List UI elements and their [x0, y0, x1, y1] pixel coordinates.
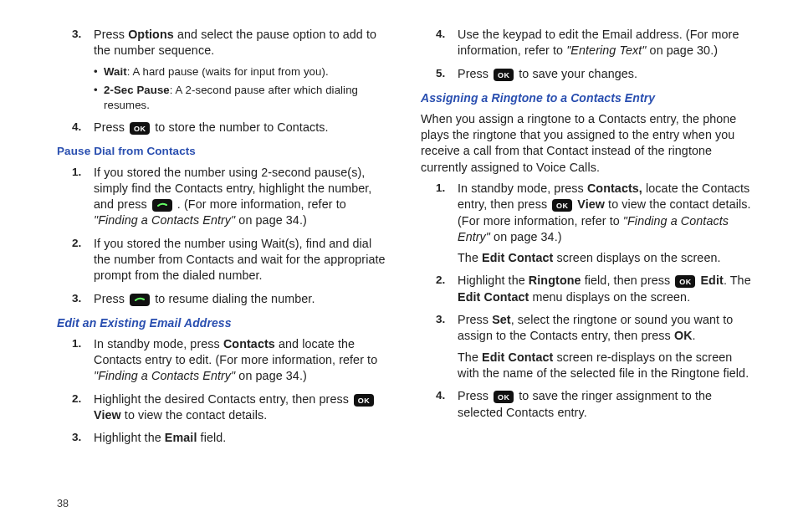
bullet-item: 2-Sec Pause: A 2-second pause after whic…: [94, 83, 387, 113]
text-bold: OK: [674, 329, 693, 342]
bullet-list: Wait: A hard pause (waits for input from…: [94, 64, 387, 113]
text-bold: Contacts,: [587, 182, 642, 195]
list-marker: 2.: [436, 273, 445, 288]
heading-pause-dial: Pause Dial from Contacts: [57, 144, 387, 159]
list-item: 4. Press to store the number to Contacts…: [94, 120, 387, 136]
text: Press: [94, 120, 128, 134]
text-bold: Edit: [700, 274, 723, 287]
list-item: 3. Press Set, select the ringtone or sou…: [458, 312, 751, 381]
list-pause-dial: 1. If you stored the number using 2-seco…: [57, 165, 387, 307]
list-marker: 4.: [436, 27, 445, 42]
text: Press: [94, 292, 128, 305]
text: Press: [458, 313, 492, 326]
list-marker: 2.: [72, 236, 81, 251]
list-item: 5. Press to save your changes.: [458, 66, 751, 82]
text: screen displays on the screen.: [553, 251, 720, 264]
text: Press: [458, 67, 492, 80]
list-item: 3. Press to resume dialing the number.: [94, 291, 387, 307]
list-marker: 3.: [436, 312, 445, 327]
text: to view the contact details.: [121, 408, 268, 422]
text-bold: Email: [165, 431, 197, 444]
intro-paragraph: When you assign a ringtone to a Contacts…: [421, 111, 751, 176]
text-bold: Edit Contact: [482, 251, 553, 264]
text-bold: Set: [492, 313, 511, 326]
text: Highlight the desired Contacts entry, th…: [94, 392, 352, 406]
list-item: 2. If you stored the number using Wait(s…: [94, 236, 387, 284]
heading-edit-email: Edit an Existing Email Address: [57, 315, 387, 331]
ok-icon: [130, 122, 150, 135]
continuation-text: The Edit Contact screen re-displays on t…: [458, 350, 751, 382]
text-italic: "Entering Text": [566, 43, 646, 57]
text: field.: [197, 431, 227, 444]
text-bold: Contacts: [223, 337, 275, 350]
ok-icon: [494, 391, 514, 403]
list-marker: 1.: [436, 181, 445, 196]
list-item: 1. In standby mode, press Contacts and l…: [94, 336, 387, 385]
list-marker: 3.: [72, 430, 81, 445]
list-add-pause: 3. Press Options and select the pause op…: [57, 27, 387, 136]
text: Press: [94, 28, 128, 41]
text: menu displays on the screen.: [529, 290, 690, 304]
send-icon: [152, 199, 172, 212]
text: .: [693, 329, 696, 342]
list-marker: 3.: [72, 291, 81, 306]
text-bold: Edit Contact: [458, 290, 529, 304]
ok-icon: [494, 69, 514, 81]
list-marker: 1.: [72, 165, 81, 180]
list-item: 2. Highlight the desired Contacts entry,…: [94, 391, 387, 424]
list-marker: 3.: [72, 27, 81, 42]
text: In standby mode, press: [94, 337, 223, 350]
bullet-item: Wait: A hard pause (waits for input from…: [94, 64, 387, 79]
text: . The: [724, 274, 751, 287]
text-italic: "Finding a Contacts Entry": [94, 369, 235, 382]
text-italic: "Finding a Contacts Entry": [94, 213, 235, 227]
list-marker: 2.: [72, 391, 81, 407]
text: to store the number to Contacts.: [151, 120, 329, 134]
list-marker: 4.: [436, 388, 445, 403]
left-column: 3. Press Options and select the pause op…: [57, 27, 387, 472]
text: : A hard pause (waits for input from you…: [127, 65, 329, 78]
text: on page 34.): [235, 369, 307, 382]
continuation-text: The Edit Contact screen displays on the …: [458, 250, 751, 266]
list-item: 3. Press Options and select the pause op…: [94, 27, 387, 113]
right-column: 4. Use the keypad to edit the Email addr…: [421, 27, 751, 472]
text: . (For more information, refer to: [174, 197, 346, 211]
text-bold: 2-Sec Pause: [104, 84, 170, 96]
list-item: 1. In standby mode, press Contacts, loca…: [458, 181, 751, 266]
page: 3. Press Options and select the pause op…: [0, 0, 798, 489]
ok-icon: [552, 199, 572, 212]
text: to resume dialing the number.: [151, 292, 315, 305]
text: The: [458, 350, 482, 364]
text-bold: View: [577, 197, 605, 211]
heading-assign-ringtone: Assigning a Ringtone to a Contacts Entry: [421, 90, 751, 106]
list-marker: 5.: [436, 66, 445, 81]
ok-icon: [354, 394, 374, 407]
text: Press: [458, 389, 492, 402]
text-bold: Ringtone: [529, 274, 581, 287]
list-item: 4. Use the keypad to edit the Email addr…: [458, 27, 751, 59]
text: Highlight the: [94, 431, 165, 444]
text: In standby mode, press: [458, 182, 587, 195]
send-icon: [130, 294, 150, 306]
text: to save your changes.: [515, 67, 637, 80]
text-bold: Options: [128, 28, 174, 41]
text-bold: Edit Contact: [482, 350, 553, 364]
text: Highlight the: [458, 274, 529, 287]
text: field, then press: [581, 274, 674, 287]
list-item: 3. Highlight the Email field.: [94, 430, 387, 446]
ok-icon: [675, 275, 695, 288]
text: on page 34.): [490, 230, 562, 243]
list-assign-ringtone: 1. In standby mode, press Contacts, loca…: [421, 181, 751, 421]
text: The: [458, 251, 482, 264]
list-marker: 1.: [72, 336, 81, 351]
list-item: 1. If you stored the number using 2-seco…: [94, 165, 387, 229]
list-item: 2. Highlight the Ringtone field, then pr…: [458, 273, 751, 305]
page-number: 38: [57, 497, 69, 511]
text: on page 34.): [235, 213, 307, 227]
text-bold: View: [94, 408, 121, 422]
text: If you stored the number using Wait(s), …: [94, 237, 386, 283]
list-edit-email: 1. In standby mode, press Contacts and l…: [57, 336, 387, 447]
list-item: 4. Press to save the ringer assignment t…: [458, 388, 751, 421]
list-marker: 4.: [72, 120, 81, 135]
list-edit-email-cont: 4. Use the keypad to edit the Email addr…: [421, 27, 751, 82]
